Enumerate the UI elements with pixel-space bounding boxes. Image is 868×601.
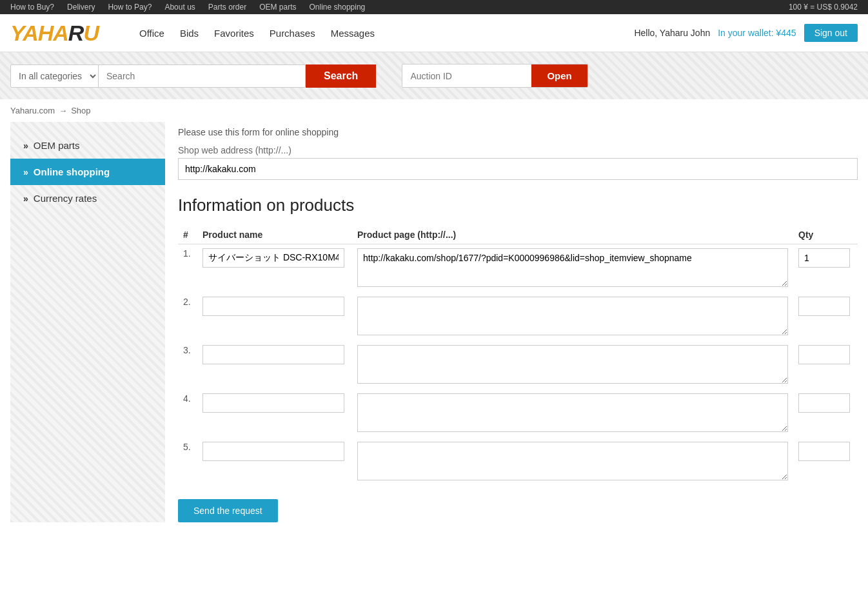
open-button[interactable]: Open [531, 64, 587, 87]
product-name-cell [197, 389, 352, 438]
product-name-input-2[interactable] [202, 297, 344, 316]
sidebar-item-currency-rates[interactable]: » Currency rates [10, 185, 165, 212]
products-table: # Product name Product page (http://...)… [178, 226, 858, 486]
auction-section: Open [402, 64, 587, 88]
row-number: 4. [178, 389, 197, 438]
nav-office[interactable]: Office [139, 28, 164, 39]
topnav-how-to-buy[interactable]: How to Buy? [10, 3, 54, 12]
product-url-textarea-2[interactable] [357, 297, 788, 335]
section-title: Information on products [178, 195, 858, 215]
product-url-textarea-4[interactable] [357, 393, 788, 432]
product-qty-cell [793, 341, 858, 389]
product-qty-input-3[interactable] [798, 345, 850, 364]
form-area: Please use this form for online shopping… [178, 122, 858, 522]
currency-rate: 100 ¥ = US$ 0.9042 [789, 3, 858, 12]
auction-id-input[interactable] [402, 66, 531, 86]
product-qty-cell [793, 389, 858, 438]
topnav-about-us[interactable]: About us [164, 3, 195, 12]
table-row: 1. [178, 244, 858, 293]
sidebar-label-oem: OEM parts [34, 140, 80, 151]
sidebar-label-online: Online shopping [34, 166, 110, 177]
topnav-delivery[interactable]: Delivery [67, 3, 95, 12]
product-url-cell [352, 389, 793, 438]
product-qty-input-1[interactable] [798, 248, 850, 268]
row-number: 2. [178, 293, 197, 341]
search-bar: In all categories Search Open [0, 52, 868, 99]
product-qty-cell [793, 244, 858, 293]
col-header-name: Product name [197, 226, 352, 244]
product-name-input-5[interactable] [202, 442, 344, 461]
logo: YAHARU [10, 19, 120, 46]
topnav-parts-order[interactable]: Parts order [208, 3, 246, 12]
product-url-textarea-3[interactable] [357, 345, 788, 384]
row-number: 1. [178, 244, 197, 293]
product-url-cell [352, 341, 793, 389]
row-number: 5. [178, 438, 197, 486]
form-intro: Please use this form for online shopping [178, 127, 858, 137]
product-qty-input-2[interactable] [798, 297, 850, 316]
breadcrumb: Yaharu.com → Shop [0, 99, 868, 122]
topnav-how-to-pay[interactable]: How to Pay? [108, 3, 152, 12]
col-header-num: # [178, 226, 197, 244]
greeting: Hello, Yaharu John [634, 28, 710, 38]
breadcrumb-home[interactable]: Yaharu.com [10, 106, 55, 115]
nav-messages[interactable]: Messages [331, 28, 375, 39]
sign-out-button[interactable]: Sign out [804, 24, 858, 42]
product-url-cell [352, 293, 793, 341]
row-number: 3. [178, 341, 197, 389]
category-select[interactable]: In all categories [11, 65, 99, 87]
sidebar-item-online-shopping[interactable]: » Online shopping [10, 159, 165, 185]
product-url-textarea-1[interactable] [357, 248, 788, 287]
breadcrumb-arrow: → [59, 106, 67, 115]
nav-purchases[interactable]: Purchases [270, 28, 315, 39]
search-left-group: In all categories [10, 64, 306, 88]
chevron-icon-online: » [23, 167, 28, 177]
search-input[interactable] [99, 66, 305, 86]
chevron-icon-currency: » [23, 193, 28, 204]
table-row: 5. [178, 438, 858, 486]
col-header-url: Product page (http://...) [352, 226, 793, 244]
chevron-icon-oem: » [23, 141, 28, 151]
nav-bids[interactable]: Bids [180, 28, 199, 39]
product-url-textarea-5[interactable] [357, 442, 788, 480]
product-url-cell [352, 438, 793, 486]
shop-url-label: Shop web address (http://...) [178, 145, 858, 155]
product-name-input-3[interactable] [202, 345, 344, 364]
product-qty-cell [793, 438, 858, 486]
main-content: » OEM parts » Online shopping » Currency… [0, 122, 868, 548]
header: YAHARU Office Bids Favorites Purchases M… [0, 14, 868, 52]
sidebar-item-oem-parts[interactable]: » OEM parts [10, 132, 165, 159]
header-right: Hello, Yaharu John In your wallet: ¥445 … [634, 24, 858, 42]
product-name-cell [197, 293, 352, 341]
table-row: 3. [178, 341, 858, 389]
table-row: 2. [178, 293, 858, 341]
product-name-cell [197, 341, 352, 389]
topnav-online-shopping[interactable]: Online shopping [310, 3, 366, 12]
sidebar-label-currency: Currency rates [34, 193, 97, 204]
top-bar: How to Buy? Delivery How to Pay? About u… [0, 0, 868, 14]
main-nav: Office Bids Favorites Purchases Messages [139, 28, 615, 39]
product-name-cell [197, 438, 352, 486]
shop-url-hint: (http://...) [255, 145, 291, 155]
product-name-input-4[interactable] [202, 393, 344, 413]
topnav-oem-parts[interactable]: OEM parts [259, 3, 296, 12]
product-name-cell [197, 244, 352, 293]
table-row: 4. [178, 389, 858, 438]
submit-button[interactable]: Send the request [178, 499, 278, 522]
col-header-qty: Qty [793, 226, 858, 244]
nav-favorites[interactable]: Favorites [214, 28, 254, 39]
top-nav-links: How to Buy? Delivery How to Pay? About u… [10, 3, 365, 12]
search-button[interactable]: Search [306, 64, 376, 88]
product-qty-input-5[interactable] [798, 442, 850, 461]
product-name-input-1[interactable] [202, 248, 344, 268]
sidebar: » OEM parts » Online shopping » Currency… [10, 122, 165, 522]
product-qty-input-4[interactable] [798, 393, 850, 413]
breadcrumb-current: Shop [71, 106, 90, 115]
product-url-cell [352, 244, 793, 293]
wallet-balance: In your wallet: ¥445 [718, 28, 796, 38]
product-qty-cell [793, 293, 858, 341]
shop-url-input[interactable] [178, 158, 858, 180]
